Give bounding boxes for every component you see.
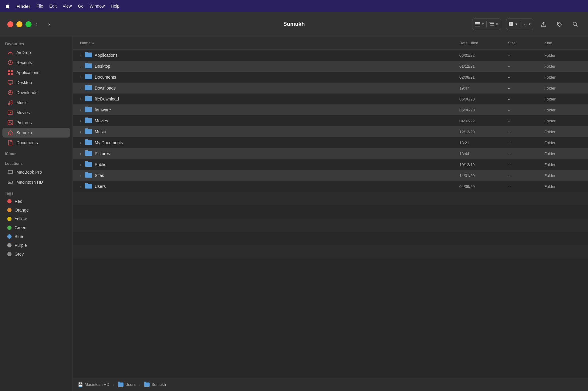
row-expand-icon[interactable]: › <box>80 108 85 112</box>
sidebar-item-music[interactable]: Music <box>2 98 70 107</box>
table-row[interactable]: › firmware 06/06/20 -- Folder <box>73 104 588 115</box>
music-label: Music <box>16 100 65 105</box>
col-kind-header[interactable]: Kind <box>544 41 581 45</box>
file-kind: Folder <box>544 130 581 134</box>
table-row[interactable]: › My Documents 13:21 -- Folder <box>73 137 588 148</box>
svg-rect-6 <box>490 25 494 25</box>
row-expand-icon[interactable]: › <box>80 86 85 90</box>
table-row[interactable]: › Users 04/09/20 -- Folder <box>73 181 588 192</box>
tag-green-label: Green <box>15 225 65 230</box>
col-name-header[interactable]: Name ∧ <box>80 41 459 45</box>
sidebar-item-tag-green[interactable]: Green <box>2 223 70 232</box>
search-button[interactable] <box>570 19 581 30</box>
file-date: 04/02/22 <box>459 119 508 123</box>
row-expand-icon[interactable]: › <box>80 185 85 188</box>
sidebar-item-tag-blue[interactable]: Blue <box>2 232 70 241</box>
menubar-file[interactable]: File <box>36 4 43 8</box>
file-name: Desktop <box>95 64 459 69</box>
share-button[interactable] <box>538 19 549 30</box>
minimize-button[interactable] <box>16 21 22 27</box>
empty-row <box>73 232 588 245</box>
apple-menu[interactable] <box>5 3 10 9</box>
sidebar-item-tag-red[interactable]: Red <box>2 197 70 206</box>
sidebar-item-movies[interactable]: Movies <box>2 108 70 117</box>
svg-point-22 <box>11 103 12 104</box>
table-row[interactable]: › Sites 14/01/20 -- Folder <box>73 170 588 181</box>
forward-button[interactable]: › <box>44 19 54 29</box>
folder-small-icon-2 <box>144 382 150 387</box>
sidebar-item-tag-orange[interactable]: Orange <box>2 206 70 214</box>
row-expand-icon[interactable]: › <box>80 97 85 101</box>
svg-rect-10 <box>511 24 513 26</box>
maximize-button[interactable] <box>25 21 32 27</box>
menubar: Finder File Edit View Go Window Help <box>0 0 588 12</box>
yellow-tag-dot <box>7 217 12 221</box>
list-view-button[interactable]: ▾ <box>472 19 486 30</box>
breadcrumb-macintosh-hd[interactable]: 💾 Macintosh HD <box>78 382 110 387</box>
downloads-icon <box>7 90 13 96</box>
table-row[interactable]: › fileDownload 06/06/20 -- Folder <box>73 93 588 104</box>
back-button[interactable]: ‹ <box>32 19 41 29</box>
breadcrumb-sumukh[interactable]: Sumukh <box>144 382 166 387</box>
table-row[interactable]: › Applications 06/01/22 -- Folder <box>73 50 588 61</box>
more-options-button[interactable]: ··· ▾ <box>520 19 533 30</box>
sidebar-item-tag-grey[interactable]: Grey <box>2 250 70 258</box>
green-tag-dot <box>7 226 12 230</box>
toolbar-controls: ▾ ⇅ <box>472 19 581 30</box>
downloads-label: Downloads <box>16 90 65 95</box>
file-kind: Folder <box>544 64 581 69</box>
table-row[interactable]: › Music 12/12/20 -- Folder <box>73 126 588 137</box>
sort-button[interactable]: ⇅ <box>487 19 501 30</box>
table-row[interactable]: › Downloads 19:47 -- Folder <box>73 83 588 93</box>
table-row[interactable]: › Documents 02/08/21 -- Folder <box>73 72 588 83</box>
menubar-edit[interactable]: Edit <box>49 4 56 8</box>
sidebar-item-airdrop[interactable]: AirDrop <box>2 48 70 57</box>
folder-icon <box>85 52 92 59</box>
menubar-help[interactable]: Help <box>111 4 120 8</box>
grid-view-button[interactable]: ▾ <box>506 19 520 30</box>
sidebar-item-macbook[interactable]: MacBook Pro <box>2 167 70 177</box>
menubar-app-name[interactable]: Finder <box>16 4 30 9</box>
row-expand-icon[interactable]: › <box>80 163 85 166</box>
breadcrumb-users[interactable]: Users <box>118 382 136 387</box>
menubar-view[interactable]: View <box>63 4 72 8</box>
tag-button[interactable] <box>554 19 565 30</box>
sidebar-item-macintosh-hd[interactable]: Macintosh HD <box>2 177 70 187</box>
file-kind: Folder <box>544 162 581 167</box>
row-expand-icon[interactable]: › <box>80 64 85 68</box>
close-button[interactable] <box>7 21 13 27</box>
col-size-header[interactable]: Size <box>508 41 544 45</box>
tags-header: Tags <box>0 189 73 197</box>
row-expand-icon[interactable]: › <box>80 119 85 123</box>
row-expand-icon[interactable]: › <box>80 130 85 134</box>
menubar-window[interactable]: Window <box>90 4 105 8</box>
sidebar-item-tag-yellow[interactable]: Yellow <box>2 215 70 223</box>
file-name: Users <box>95 184 459 189</box>
row-expand-icon[interactable]: › <box>80 75 85 79</box>
table-row[interactable]: › Public 10/12/19 -- Folder <box>73 159 588 170</box>
file-kind: Folder <box>544 119 581 123</box>
svg-rect-27 <box>8 170 12 173</box>
table-row[interactable]: › Pictures 18:44 -- Folder <box>73 148 588 159</box>
sidebar-item-sumukh[interactable]: Sumukh <box>2 128 70 138</box>
sidebar-item-pictures[interactable]: Pictures <box>2 118 70 127</box>
col-date-header[interactable]: Date...ified <box>459 41 508 45</box>
icloud-header: iCloud <box>0 150 73 157</box>
svg-point-11 <box>558 23 559 24</box>
row-expand-icon[interactable]: › <box>80 141 85 144</box>
menubar-go[interactable]: Go <box>78 4 84 8</box>
row-expand-icon[interactable]: › <box>80 174 85 177</box>
sidebar-item-recents[interactable]: Recents <box>2 58 70 67</box>
list-view-group: ▾ ⇅ <box>472 19 501 30</box>
sidebar-item-desktop[interactable]: Desktop <box>2 78 70 87</box>
file-date: 12/12/20 <box>459 130 508 134</box>
row-expand-icon[interactable]: › <box>80 152 85 155</box>
locations-header: Locations <box>0 160 73 167</box>
sidebar-item-applications[interactable]: Applications <box>2 68 70 77</box>
table-row[interactable]: › Movies 04/02/22 -- Folder <box>73 115 588 126</box>
sidebar-item-documents[interactable]: Documents <box>2 138 70 148</box>
sidebar-item-tag-purple[interactable]: Purple <box>2 241 70 250</box>
sidebar-item-downloads[interactable]: Downloads <box>2 88 70 97</box>
row-expand-icon[interactable]: › <box>80 53 85 57</box>
table-row[interactable]: › Desktop 01/12/21 -- Folder <box>73 61 588 72</box>
